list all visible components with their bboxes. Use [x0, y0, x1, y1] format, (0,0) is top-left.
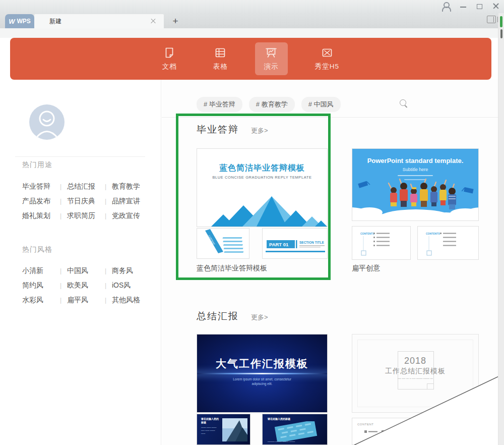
titlebar: [0, 0, 504, 13]
template-thumb-contents-1[interactable]: CONTENTS: [352, 226, 411, 260]
contents-label: CONTENTS: [360, 232, 374, 235]
sidebar-link[interactable]: 水彩风: [22, 293, 54, 307]
minimize-icon[interactable]: [460, 3, 466, 9]
section-summary: 总结汇报 更多>: [197, 310, 268, 323]
content-label: CONTENT: [357, 423, 374, 426]
template-thumb-dark-2[interactable]: 请在此输入您的标题 ▪▪▪▪▪▪▪▪▪▪ ▪▪▪▪▪▪▪▪▪ ▪▪▪▪▪▪▪▪▪…: [262, 414, 328, 445]
template-thumb-contents-2[interactable]: CONTENTS: [417, 226, 479, 260]
banner-item-sheets[interactable]: 表格: [204, 42, 237, 75]
wps-new-window: W WPS 新建 + 文档 表格: [0, 0, 504, 445]
sidebar-link[interactable]: 求职简历: [67, 208, 99, 223]
sidebar-link[interactable]: 产品发布: [22, 194, 54, 208]
sidebar-divider: [15, 156, 145, 157]
preview-title: PowerPoint standard template.: [352, 157, 478, 164]
corner-square: [427, 383, 434, 390]
separator: |: [54, 264, 67, 279]
panel-toggle-icon[interactable]: [487, 16, 496, 23]
template-name[interactable]: 扁平创意: [352, 264, 380, 273]
sidebar-link[interactable]: 中国风: [67, 263, 99, 278]
search-tags: # 毕业答辩 # 教育教学 # 中国风: [197, 97, 341, 112]
preview-subtitle: ▪▪▪▪ ▪▪▪▪ ▪▪▪ ▪▪ ▪▪▪▪ ▪▪▪▪▪▪▪ ▪▪▪▪▪▪▪ ▪▪…: [352, 377, 478, 380]
thumb-title: 请在此输入您的标题: [268, 417, 290, 420]
search-tag[interactable]: # 毕业答辩: [197, 97, 242, 112]
separator: |: [99, 279, 112, 293]
section-title: 总结汇报: [197, 310, 239, 323]
contents-label: CONTENTS: [426, 232, 440, 235]
tab-close-icon[interactable]: [151, 19, 156, 24]
banner-label: 秀堂H5: [315, 62, 339, 71]
banner-item-h5[interactable]: 秀堂H5: [306, 42, 348, 75]
maximize-icon[interactable]: [477, 4, 482, 9]
thumb-footer-text: ▪▪▪▪▪▪▪▪▪▪ ▪▪▪▪▪▪▪▪▪ ▪▪▪▪▪▪▪▪▪ ▪▪▪▪▪▪▪▪: [268, 440, 324, 443]
close-icon[interactable]: [493, 3, 499, 9]
scrollbar[interactable]: [498, 13, 504, 445]
tab-title: 新建: [49, 17, 61, 26]
sidebar-link[interactable]: 商务风: [112, 263, 144, 278]
template-preview-dark-report[interactable]: 大气工作汇报模板 Lorem ipsum dolor sit amet, con…: [197, 334, 328, 413]
wps-logo-text: WPS: [17, 18, 30, 25]
preview-year: 2018: [352, 356, 478, 366]
spreadsheet-icon: [214, 46, 227, 60]
separator: |: [54, 194, 67, 209]
light-flare: [197, 373, 328, 374]
preview-subtitle: Lorem ipsum dolor sit amet, consectetur …: [197, 377, 327, 386]
sidebar-row: 毕业答辩|总结汇报|教育教学: [22, 179, 144, 193]
template-thumb-content-2018[interactable]: CONTENT: [352, 418, 411, 445]
template-gallery: # 毕业答辩 # 教育教学 # 中国风 毕业答辩 更多> 蓝色简洁毕业答辩模板 …: [162, 80, 498, 445]
document-icon: [163, 46, 176, 60]
more-link[interactable]: 更多>: [251, 313, 268, 322]
separator: |: [99, 209, 112, 224]
sidebar-link[interactable]: 小清新: [22, 263, 54, 278]
sidebar-link[interactable]: 毕业答辩: [22, 179, 54, 194]
account-icon[interactable]: [442, 2, 450, 10]
banner-item-slides[interactable]: 演示: [255, 42, 288, 75]
banner-label: 演示: [264, 62, 279, 71]
presentation-icon: [265, 46, 278, 60]
separator: |: [54, 279, 67, 293]
toolbar-strip: [0, 28, 504, 38]
sidebar-link[interactable]: 其他风格: [112, 293, 144, 307]
template-preview-2018-summary[interactable]: 2018 工作总结汇报模板 ▪▪▪▪ ▪▪▪▪ ▪▪▪ ▪▪ ▪▪▪▪ ▪▪▪▪…: [352, 334, 479, 413]
selection-highlight-box: [176, 114, 331, 280]
wps-logo-icon: W: [9, 18, 15, 25]
banner-item-docs[interactable]: 文档: [153, 42, 186, 75]
sidebar-row: 产品发布|节日庆典|品牌宣讲: [22, 193, 144, 208]
tab-new-document[interactable]: 新建: [34, 14, 164, 28]
scrollbar-mark: [500, 16, 502, 27]
thumb-body-text: ▪▪▪▪▪▪▪ ▪▪▪▪▪▪ ▪▪▪▪▪▪▪ ▪▪▪▪▪ ▪▪▪▪▪▪ ▪▪▪▪…: [201, 426, 219, 435]
sidebar-link[interactable]: 节日庆典: [67, 194, 99, 208]
sidebar-link[interactable]: 欧美风: [67, 278, 99, 293]
sidebar-link[interactable]: 党政宣传: [112, 208, 144, 223]
sidebar-link[interactable]: 教育教学: [112, 179, 144, 194]
sidebar-purpose-links: 毕业答辩|总结汇报|教育教学 产品发布|节日庆典|品牌宣讲 婚礼策划|求职简历|…: [22, 179, 144, 222]
sidebar-row: 婚礼策划|求职简历|党政宣传: [22, 208, 144, 222]
sidebar-link[interactable]: 简约风: [22, 278, 54, 293]
wps-home-tab[interactable]: W WPS: [5, 14, 34, 28]
h5-icon: [321, 46, 334, 60]
thumb-title: 请在此输入您的标题: [201, 417, 220, 424]
preview-title: 大气工作汇报模板: [197, 357, 327, 371]
separator: |: [54, 180, 67, 194]
separator: |: [99, 264, 112, 279]
user-avatar-icon[interactable]: [29, 104, 65, 140]
new-tab-plus-icon[interactable]: +: [169, 15, 181, 27]
template-thumb-dark-1[interactable]: 请在此输入您的标题 ▪▪▪▪▪▪▪ ▪▪▪▪▪▪ ▪▪▪▪▪▪▪ ▪▪▪▪▪ ▪…: [197, 414, 250, 445]
separator: |: [54, 209, 67, 224]
content-list-graphic: [357, 429, 408, 444]
sidebar-link[interactable]: iOS风: [112, 278, 144, 293]
separator: |: [99, 293, 112, 308]
template-preview-flat-creative[interactable]: PowerPoint standard template. Subtitle h…: [352, 148, 479, 221]
sidebar-link[interactable]: 品牌宣讲: [112, 194, 144, 208]
separator: |: [99, 180, 112, 194]
scrollbar-thumb[interactable]: [500, 29, 502, 38]
sidebar-link[interactable]: 总结汇报: [67, 179, 99, 194]
search-tag[interactable]: # 教育教学: [249, 97, 295, 112]
search-tag[interactable]: # 中国风: [301, 97, 341, 112]
sidebar-link[interactable]: 扁平风: [67, 293, 99, 307]
sidebar-link[interactable]: 婚礼策划: [22, 208, 54, 223]
sidebar-row: 简约风|欧美风|iOS风: [22, 277, 144, 292]
sidebar-style-links: 小清新|中国风|商务风 简约风|欧美风|iOS风 水彩风|扁平风|其他风格: [22, 263, 144, 307]
sidebar-heading-styles: 热门风格: [22, 245, 52, 254]
banner-label: 表格: [213, 62, 228, 71]
search-icon[interactable]: [400, 99, 408, 108]
